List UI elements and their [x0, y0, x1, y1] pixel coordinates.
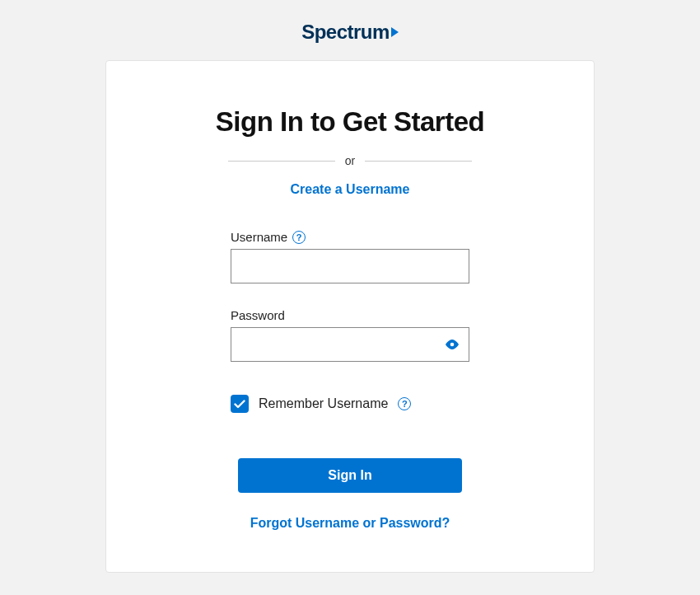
password-input[interactable] — [231, 327, 469, 362]
remember-username-label: Remember Username — [259, 396, 388, 411]
page-title: Sign In to Get Started — [164, 106, 536, 138]
password-input-wrap — [231, 327, 469, 362]
username-label: Username — [231, 230, 287, 244]
play-triangle-icon — [391, 27, 399, 37]
username-input[interactable] — [231, 249, 469, 283]
signin-card: Sign In to Get Started or Create a Usern… — [105, 60, 595, 573]
divider-line-left — [228, 161, 335, 162]
forgot-credentials-link[interactable]: Forgot Username or Password? — [164, 516, 536, 531]
svg-point-0 — [450, 343, 455, 347]
username-label-row: Username ? — [231, 230, 469, 244]
password-field-block: Password — [231, 308, 469, 362]
username-field-block: Username ? — [231, 230, 469, 283]
toggle-password-visibility-icon[interactable] — [445, 340, 460, 349]
divider-line-right — [365, 161, 472, 162]
spectrum-logo: Spectrum — [301, 21, 399, 44]
sign-in-button[interactable]: Sign In — [238, 458, 462, 493]
username-help-icon[interactable]: ? — [292, 231, 306, 244]
divider-text: or — [345, 154, 355, 167]
password-label-row: Password — [231, 308, 469, 322]
or-divider: or — [164, 154, 536, 167]
password-label: Password — [231, 308, 285, 322]
remember-username-row: Remember Username ? — [231, 395, 469, 413]
remember-help-icon[interactable]: ? — [398, 397, 411, 410]
brand-name: Spectrum — [301, 21, 390, 44]
create-username-link[interactable]: Create a Username — [164, 182, 536, 197]
remember-username-checkbox[interactable] — [231, 395, 249, 413]
